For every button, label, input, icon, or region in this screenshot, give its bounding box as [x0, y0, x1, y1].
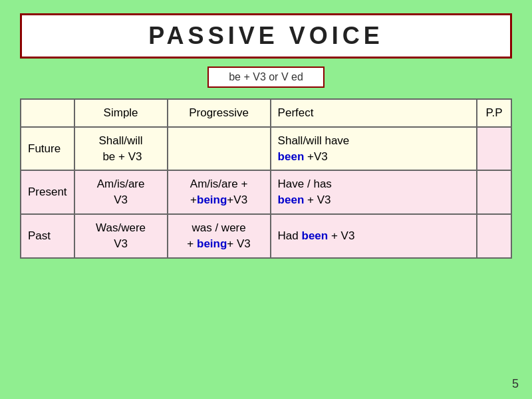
header-row: Simple Progressive Perfect P.P: [21, 99, 511, 127]
page-number: 5: [512, 377, 519, 391]
future-pp: [477, 127, 511, 171]
future-row: Future Shall/will be + V3 Shall/will hav…: [21, 127, 511, 171]
passive-voice-table: Simple Progressive Perfect P.P Future Sh…: [20, 98, 512, 259]
present-progressive: Am/is/are ++being+V3: [168, 170, 271, 214]
present-label: Present: [21, 170, 74, 214]
header-col3: Perfect: [271, 99, 477, 127]
title-text: PASSIVE VOICE: [148, 22, 383, 49]
past-label: Past: [21, 214, 74, 258]
header-col1: Simple: [74, 99, 168, 127]
past-row: Past Was/wereV3 was / were+ being+ V3 Ha…: [21, 214, 511, 258]
past-perfect-blue: been: [302, 229, 329, 242]
formula-text: be + V3 or V ed: [229, 71, 303, 82]
past-pp: [477, 214, 511, 258]
future-perfect: Shall/will have been +V3: [271, 127, 477, 171]
past-simple: Was/wereV3: [74, 214, 168, 258]
future-simple: Shall/will be + V3: [74, 127, 168, 171]
present-pp: [477, 170, 511, 214]
future-perfect-blue: been: [278, 150, 305, 163]
header-col2: Progressive: [168, 99, 271, 127]
future-label: Future: [21, 127, 74, 171]
present-row: Present Am/is/areV3 Am/is/are ++being+V3…: [21, 170, 511, 214]
present-simple: Am/is/areV3: [74, 170, 168, 214]
table-wrapper: Simple Progressive Perfect P.P Future Sh…: [20, 98, 512, 259]
present-prog-blue: being: [197, 194, 227, 206]
header-col0: [21, 99, 74, 127]
future-progressive: [168, 127, 271, 171]
header-col4: P.P: [477, 99, 511, 127]
past-progressive: was / were+ being+ V3: [168, 214, 271, 258]
past-prog-blue: being: [197, 237, 227, 250]
formula-box: be + V3 or V ed: [207, 66, 325, 88]
present-perfect: Have / has been + V3: [271, 170, 477, 214]
title-box: PASSIVE VOICE: [20, 13, 512, 59]
past-perfect: Had been + V3: [271, 214, 477, 258]
present-perfect-blue: been: [278, 194, 305, 206]
